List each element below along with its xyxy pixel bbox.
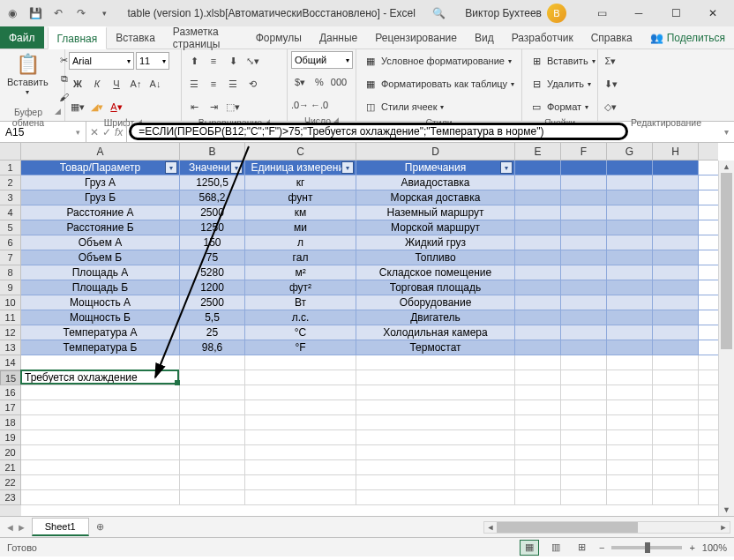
cell[interactable] [607, 265, 653, 280]
cell[interactable] [21, 460, 180, 474]
share-button[interactable]: 👥 Поделиться [641, 26, 734, 49]
cell[interactable] [653, 400, 699, 414]
cell[interactable]: Расстояние Б [21, 220, 180, 235]
formula-input[interactable]: =ЕСЛИ(ПРЕОБР(B12;"C";"F")>75;"Требуется … [127, 122, 734, 142]
cell[interactable]: 75 [180, 250, 245, 265]
borders-icon[interactable]: ▦▾ [69, 98, 86, 116]
cell[interactable] [245, 400, 356, 414]
cell[interactable] [653, 265, 699, 280]
cell[interactable] [607, 385, 653, 399]
cell[interactable] [607, 190, 653, 205]
redo-icon[interactable]: ↷ [72, 4, 90, 22]
cell[interactable] [607, 280, 653, 295]
cell[interactable] [21, 430, 180, 444]
cell[interactable] [653, 490, 699, 504]
delete-cells-button[interactable]: ⊟Удалить▾ [526, 74, 595, 93]
align-right-icon[interactable]: ☰ [224, 75, 242, 93]
cell[interactable] [653, 175, 699, 190]
row-header-17[interactable]: 17 [0, 400, 21, 415]
spreadsheet-grid[interactable]: ABCDEFGH 1234567891011121314151617181920… [0, 143, 734, 516]
bold-button[interactable]: Ж [69, 75, 86, 93]
cell[interactable] [607, 235, 653, 250]
cell[interactable]: 2500 [180, 295, 245, 310]
sheet-nav-next-icon[interactable]: ► [17, 522, 26, 533]
cell[interactable]: 1200 [180, 280, 245, 295]
cell[interactable] [515, 265, 561, 280]
user-account[interactable]: Виктор Бухтеев В [465, 4, 566, 23]
cell[interactable] [653, 415, 699, 429]
cell[interactable]: км [245, 205, 356, 220]
cell[interactable] [356, 400, 515, 414]
cell[interactable] [515, 340, 561, 355]
vertical-scrollbar[interactable]: ▲ ▼ [718, 161, 734, 516]
cell[interactable]: Двигатель [356, 310, 515, 325]
cell[interactable] [515, 355, 561, 370]
cell[interactable] [561, 430, 607, 444]
cell[interactable] [607, 161, 653, 175]
zoom-level[interactable]: 100% [702, 542, 727, 553]
cell[interactable]: фут² [245, 280, 356, 295]
page-layout-view-icon[interactable]: ▥ [546, 540, 565, 556]
cell[interactable] [245, 475, 356, 489]
cell[interactable] [561, 355, 607, 370]
cell[interactable]: Температура Б [21, 340, 180, 355]
align-top-icon[interactable]: ⬆ [185, 52, 203, 70]
cell[interactable] [515, 475, 561, 489]
cell[interactable] [607, 250, 653, 265]
cell[interactable] [607, 460, 653, 474]
cell[interactable] [245, 445, 356, 459]
select-all-button[interactable] [0, 143, 21, 161]
cell[interactable] [561, 220, 607, 235]
row-header-14[interactable]: 14 [0, 355, 21, 370]
row-header-21[interactable]: 21 [0, 460, 21, 475]
cell[interactable]: Авиадоставка [356, 175, 515, 190]
tab-developer[interactable]: Разработчик [503, 26, 582, 49]
cell[interactable]: Примечания▾ [356, 161, 515, 175]
cell[interactable]: Складское помещение [356, 265, 515, 280]
row-headers[interactable]: 1234567891011121314151617181920212223 [0, 161, 21, 516]
paste-button[interactable]: 📋 Вставить ▾ [4, 51, 52, 98]
cell[interactable]: °C [245, 325, 356, 340]
cell[interactable]: ми [245, 220, 356, 235]
page-break-view-icon[interactable]: ⊞ [573, 540, 592, 556]
tab-file[interactable]: Файл [0, 26, 44, 49]
cell[interactable] [561, 205, 607, 220]
cell[interactable] [515, 250, 561, 265]
tab-layout[interactable]: Разметка страницы [164, 26, 247, 49]
cell[interactable]: Термостат [356, 340, 515, 355]
cell[interactable] [607, 295, 653, 310]
search-icon[interactable]: 🔍 [430, 4, 447, 22]
cell[interactable] [653, 430, 699, 444]
cell[interactable] [515, 190, 561, 205]
add-sheet-button[interactable]: ⊕ [89, 521, 111, 533]
cell[interactable] [515, 445, 561, 459]
cell[interactable]: °F [245, 340, 356, 355]
cell[interactable] [21, 400, 180, 414]
indent-increase-icon[interactable]: ⇥ [205, 98, 222, 116]
clear-icon[interactable]: ◇▾ [602, 98, 619, 116]
cell[interactable] [180, 430, 245, 444]
cell[interactable] [21, 355, 180, 370]
cell[interactable] [561, 475, 607, 489]
cell[interactable] [607, 400, 653, 414]
cell[interactable]: Значение▾ [180, 161, 245, 175]
row-header-9[interactable]: 9 [0, 280, 21, 295]
cell[interactable] [653, 475, 699, 489]
cell[interactable] [653, 161, 699, 175]
sheet-tab-1[interactable]: Sheet1 [32, 518, 89, 536]
cell[interactable] [245, 460, 356, 474]
row-header-11[interactable]: 11 [0, 310, 21, 325]
zoom-slider[interactable] [611, 546, 682, 549]
cell[interactable] [607, 430, 653, 444]
cell[interactable] [653, 340, 699, 355]
cell[interactable] [561, 235, 607, 250]
cell[interactable] [356, 370, 515, 385]
name-box-dropdown-icon[interactable]: ▾ [76, 128, 80, 137]
cell[interactable] [561, 310, 607, 325]
format-cells-button[interactable]: ▭Формат▾ [526, 97, 592, 116]
cell[interactable]: Холодильная камера [356, 325, 515, 340]
col-header-B[interactable]: B [180, 143, 245, 160]
cell[interactable] [515, 430, 561, 444]
cell[interactable]: 98,6 [180, 340, 245, 355]
underline-button[interactable]: Ч [108, 75, 125, 93]
